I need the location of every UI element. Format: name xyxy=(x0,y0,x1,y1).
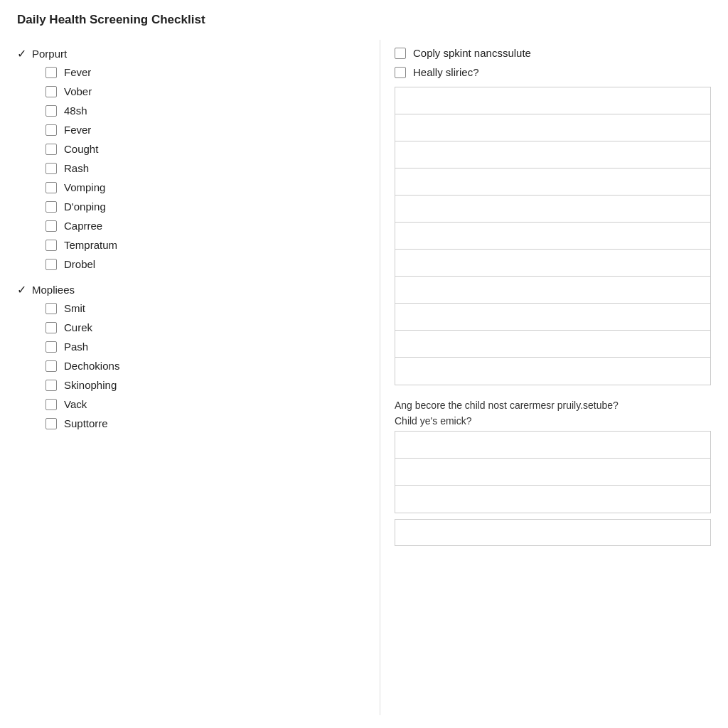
section2-label-3: Dechokions xyxy=(64,360,119,372)
list-item: Curek xyxy=(46,321,365,333)
right-checkbox-item: Heally sliriec? xyxy=(395,66,711,78)
list-item: 48sh xyxy=(46,105,365,117)
section1-checkbox-10[interactable] xyxy=(46,259,57,270)
textarea-row[interactable] xyxy=(395,304,710,331)
list-item: Vober xyxy=(46,85,365,97)
bottom-section: Ang becore the child nost carermesr prui… xyxy=(395,400,711,546)
section1-label-3: Fever xyxy=(64,124,91,136)
right-checkboxes: Coply spkint nancssuluteHeally sliriec? xyxy=(395,47,711,78)
section2-checkmark: ✓ xyxy=(17,283,26,296)
list-item: Vack xyxy=(46,398,365,410)
section2-checkbox-1[interactable] xyxy=(46,322,57,333)
extra-row xyxy=(395,519,711,546)
section1-items: FeverVober48shFeverCoughtRashVompingD'on… xyxy=(46,66,365,270)
section1-checkbox-7[interactable] xyxy=(46,201,57,213)
section1-header: ✓ Porpurt xyxy=(17,47,365,60)
textarea-row[interactable] xyxy=(395,250,710,277)
textarea-row[interactable] xyxy=(395,331,710,358)
section1-label-9: Tempratum xyxy=(64,239,117,251)
list-item: Pash xyxy=(46,341,365,353)
section2-label-2: Pash xyxy=(64,341,88,353)
section1-label-6: Vomping xyxy=(64,181,105,193)
child-textarea-row[interactable] xyxy=(395,432,710,459)
section1-label-10: Drobel xyxy=(64,258,95,270)
section1-checkmark: ✓ xyxy=(17,47,26,60)
list-item: Fever xyxy=(46,66,365,78)
section2-label-5: Vack xyxy=(64,398,87,410)
list-item: Dechokions xyxy=(46,360,365,372)
section1-title: Porpurt xyxy=(32,48,67,60)
section1-label-0: Fever xyxy=(64,66,91,78)
section1-checkbox-5[interactable] xyxy=(46,163,57,174)
child-label: Child ye's emick? xyxy=(395,415,711,427)
child-textarea-row[interactable] xyxy=(395,486,710,513)
section1-label-7: D'onping xyxy=(64,200,106,213)
section1-checkbox-2[interactable] xyxy=(46,105,57,117)
list-item: D'onping xyxy=(46,200,365,213)
list-item: Supttorre xyxy=(46,417,365,429)
list-item: Skinophing xyxy=(46,379,365,391)
section2-header: ✓ Mopliees xyxy=(17,283,365,296)
section2-items: SmitCurekPashDechokionsSkinophingVackSup… xyxy=(46,302,365,429)
section1-checkbox-6[interactable] xyxy=(46,182,57,193)
section2-checkbox-6[interactable] xyxy=(46,418,57,429)
section1-label-5: Rash xyxy=(64,162,89,174)
textarea-row[interactable] xyxy=(395,223,710,250)
textarea-row[interactable] xyxy=(395,114,710,141)
main-textarea-grid xyxy=(395,87,711,385)
right-checkbox-0[interactable] xyxy=(395,48,406,59)
list-item: Vomping xyxy=(46,181,365,193)
two-column-layout: ✓ Porpurt FeverVober48shFeverCoughtRashV… xyxy=(17,40,711,715)
page-container: Daily Health Screening Checklist ✓ Porpu… xyxy=(0,0,728,728)
section1-label-1: Vober xyxy=(64,85,92,97)
section2-label-6: Supttorre xyxy=(64,417,108,429)
list-item: Drobel xyxy=(46,258,365,270)
section1-label-4: Cought xyxy=(64,143,98,155)
textarea-row[interactable] xyxy=(395,277,710,304)
section2-title: Mopliees xyxy=(32,284,75,296)
list-item: Rash xyxy=(46,162,365,174)
bottom-label: Ang becore the child nost carermesr prui… xyxy=(395,400,711,411)
section1-checkbox-1[interactable] xyxy=(46,86,57,97)
list-item: Tempratum xyxy=(46,239,365,251)
list-item: Fever xyxy=(46,124,365,136)
textarea-row[interactable] xyxy=(395,141,710,168)
section1-label-8: Caprree xyxy=(64,220,102,232)
textarea-row[interactable] xyxy=(395,358,710,385)
section1-label-2: 48sh xyxy=(64,105,87,117)
section2-label-0: Smit xyxy=(64,302,85,314)
section1-checkbox-4[interactable] xyxy=(46,144,57,155)
section2-checkbox-4[interactable] xyxy=(46,380,57,391)
section1-checkbox-3[interactable] xyxy=(46,124,57,136)
list-item: Cought xyxy=(46,143,365,155)
section2-checkbox-5[interactable] xyxy=(46,399,57,410)
right-checkbox-label-1: Heally sliriec? xyxy=(413,66,479,78)
right-checkbox-1[interactable] xyxy=(395,67,406,78)
section1-checkbox-0[interactable] xyxy=(46,67,57,78)
child-textarea-row[interactable] xyxy=(395,459,710,486)
list-item: Smit xyxy=(46,302,365,314)
section2-label-1: Curek xyxy=(64,321,92,333)
section2-checkbox-2[interactable] xyxy=(46,341,57,353)
page-title: Daily Health Screening Checklist xyxy=(17,13,711,27)
child-textarea-grid xyxy=(395,431,711,513)
right-column: Coply spkint nancssuluteHeally sliriec? … xyxy=(380,40,711,715)
right-checkbox-label-0: Coply spkint nancssulute xyxy=(413,47,531,59)
textarea-row[interactable] xyxy=(395,168,710,196)
list-item: Caprree xyxy=(46,220,365,232)
textarea-row[interactable] xyxy=(395,87,710,114)
left-column: ✓ Porpurt FeverVober48shFeverCoughtRashV… xyxy=(17,40,380,715)
section2-label-4: Skinophing xyxy=(64,379,117,391)
right-checkbox-item: Coply spkint nancssulute xyxy=(395,47,711,59)
section1-checkbox-9[interactable] xyxy=(46,240,57,251)
section2-checkbox-0[interactable] xyxy=(46,303,57,314)
section1-checkbox-8[interactable] xyxy=(46,220,57,232)
section2-checkbox-3[interactable] xyxy=(46,360,57,372)
textarea-row[interactable] xyxy=(395,196,710,223)
